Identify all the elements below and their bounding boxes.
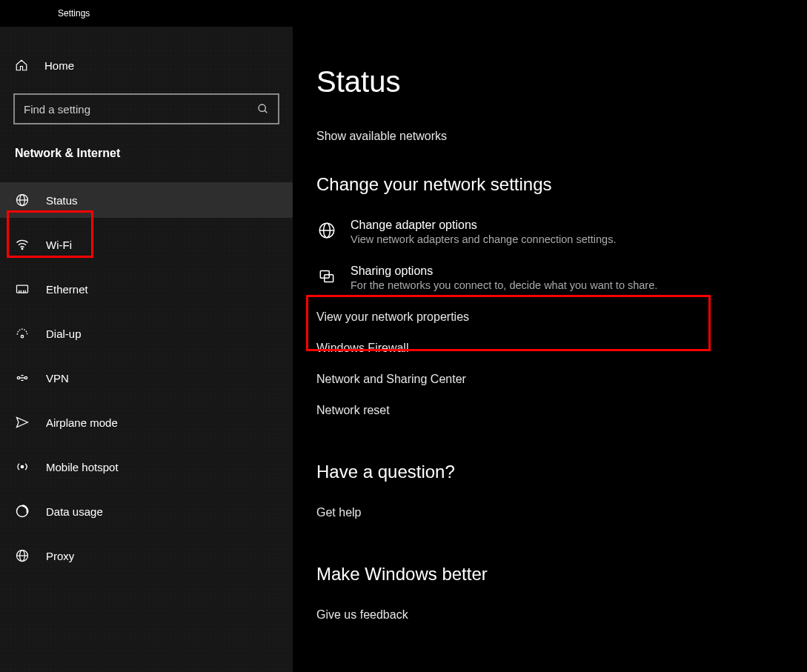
show-networks-link[interactable]: Show available networks bbox=[316, 130, 447, 143]
nav-label: Ethernet bbox=[46, 283, 88, 296]
vpn-icon bbox=[15, 370, 30, 385]
nav-item-ethernet[interactable]: Ethernet bbox=[0, 271, 293, 307]
svg-point-13 bbox=[24, 376, 27, 379]
question-title: Have a question? bbox=[316, 462, 807, 482]
wifi-icon bbox=[15, 237, 30, 252]
svg-point-0 bbox=[259, 104, 265, 111]
change-settings-title: Change your network settings bbox=[316, 174, 807, 195]
nav-item-status[interactable]: Status bbox=[0, 182, 293, 218]
option-sharing[interactable]: Sharing options For the networks you con… bbox=[316, 265, 807, 310]
option-title: Sharing options bbox=[351, 265, 657, 278]
search-box[interactable] bbox=[13, 93, 279, 124]
link-network-reset[interactable]: Network reset bbox=[316, 404, 807, 417]
nav-label: Dial-up bbox=[46, 327, 82, 340]
svg-point-12 bbox=[17, 376, 19, 379]
globe-icon bbox=[15, 193, 30, 207]
nav-item-dialup[interactable]: Dial-up bbox=[0, 316, 293, 351]
nav-label: Proxy bbox=[46, 550, 74, 562]
link-get-help[interactable]: Get help bbox=[316, 506, 807, 519]
ethernet-icon bbox=[15, 282, 30, 296]
nav-item-hotspot[interactable]: Mobile hotspot bbox=[0, 449, 293, 485]
search-icon bbox=[257, 103, 269, 115]
svg-line-1 bbox=[265, 110, 267, 113]
home-label: Home bbox=[44, 59, 74, 72]
nav-label: Mobile hotspot bbox=[46, 461, 119, 473]
link-feedback[interactable]: Give us feedback bbox=[316, 608, 807, 622]
main-panel: Status Show available networks Change yo… bbox=[293, 27, 807, 672]
option-change-adapter[interactable]: Change adapter options View network adap… bbox=[316, 219, 807, 265]
nav-item-data-usage[interactable]: Data usage bbox=[0, 493, 293, 529]
sidebar: Home Network & Internet bbox=[0, 27, 293, 672]
search-input[interactable] bbox=[24, 103, 257, 116]
data-usage-icon bbox=[15, 504, 30, 519]
nav-label: Airplane mode bbox=[46, 416, 118, 429]
proxy-icon bbox=[15, 548, 30, 563]
adapter-icon bbox=[316, 220, 337, 241]
option-desc: View network adapters and change connect… bbox=[351, 233, 616, 245]
dialup-icon bbox=[15, 326, 30, 341]
svg-point-11 bbox=[21, 336, 23, 338]
category-header: Network & Internet bbox=[0, 124, 293, 160]
sharing-icon bbox=[316, 266, 337, 287]
link-network-sharing-center[interactable]: Network and Sharing Center bbox=[316, 373, 807, 386]
svg-rect-6 bbox=[17, 285, 28, 293]
nav-label: VPN bbox=[46, 372, 69, 385]
window-title: Settings bbox=[58, 8, 90, 19]
option-title: Change adapter options bbox=[351, 219, 616, 232]
link-windows-firewall[interactable]: Windows Firewall bbox=[316, 342, 807, 355]
better-title: Make Windows better bbox=[316, 564, 807, 585]
titlebar: Settings bbox=[0, 0, 807, 27]
link-network-properties[interactable]: View your network properties bbox=[316, 310, 807, 324]
nav-item-airplane[interactable]: Airplane mode bbox=[0, 405, 293, 440]
home-nav[interactable]: Home bbox=[0, 50, 293, 80]
nav-item-vpn[interactable]: VPN bbox=[0, 360, 293, 396]
hotspot-icon bbox=[15, 459, 30, 474]
nav-label: Data usage bbox=[46, 505, 103, 518]
home-icon bbox=[15, 59, 28, 72]
option-desc: For the networks you connect to, decide … bbox=[351, 279, 657, 291]
page-title: Status bbox=[316, 65, 807, 99]
nav-label: Status bbox=[46, 194, 78, 207]
airplane-icon bbox=[15, 415, 30, 430]
svg-point-14 bbox=[21, 465, 23, 468]
nav-item-proxy[interactable]: Proxy bbox=[0, 538, 293, 573]
nav-item-wifi[interactable]: Wi-Fi bbox=[0, 227, 293, 262]
nav-label: Wi-Fi bbox=[46, 239, 72, 251]
svg-point-5 bbox=[21, 248, 23, 250]
